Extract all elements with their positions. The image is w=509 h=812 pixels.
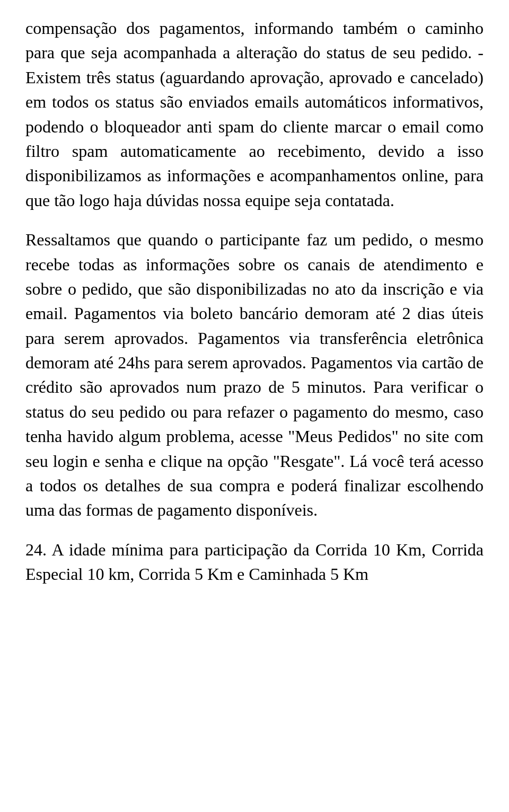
paragraph-2: Ressaltamos que quando o participante fa… bbox=[25, 227, 484, 523]
section-number-label: 24. bbox=[25, 540, 47, 559]
main-content: compensação dos pagamentos, informando t… bbox=[25, 16, 484, 587]
paragraph-1: compensação dos pagamentos, informando t… bbox=[25, 16, 484, 213]
paragraph-section-24: 24. A idade mínima para participação da … bbox=[25, 537, 484, 587]
section-24-text: A idade mínima para participação da Corr… bbox=[25, 540, 484, 584]
